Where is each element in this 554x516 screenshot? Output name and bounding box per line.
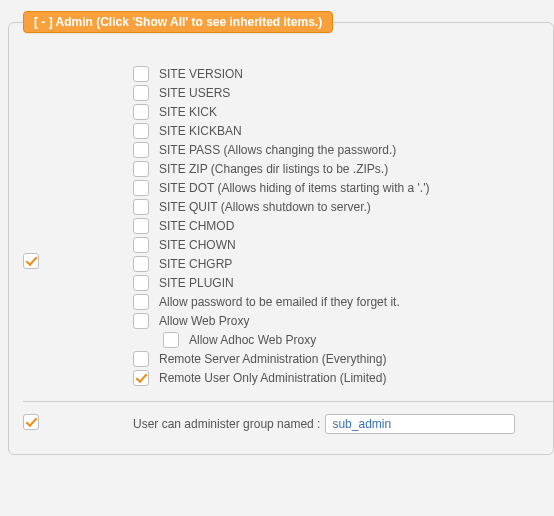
permission-checkbox[interactable] <box>133 351 149 367</box>
permission-item: Remote User Only Administration (Limited… <box>133 370 553 386</box>
permission-label: SITE USERS <box>159 85 230 101</box>
group-name-input[interactable] <box>325 414 515 434</box>
permission-item: SITE QUIT (Allows shutdown to server.) <box>133 199 553 215</box>
master-col <box>23 63 133 269</box>
permission-label: SITE CHOWN <box>159 237 236 253</box>
permission-item: SITE KICK <box>133 104 553 120</box>
permission-label: Allow password to be emailed if they for… <box>159 294 400 310</box>
permission-label: SITE CHMOD <box>159 218 234 234</box>
permission-item: Remote Server Administration (Everything… <box>133 351 553 367</box>
permission-item: SITE ZIP (Changes dir listings to be .ZI… <box>133 161 553 177</box>
permission-label: Allow Web Proxy <box>159 313 249 329</box>
permission-label: SITE DOT (Allows hiding of items startin… <box>159 180 429 196</box>
permission-checkbox[interactable] <box>133 199 149 215</box>
permission-item: SITE KICKBAN <box>133 123 553 139</box>
permission-checkbox[interactable] <box>133 218 149 234</box>
permission-checkbox[interactable] <box>133 256 149 272</box>
permission-item: SITE CHGRP <box>133 256 553 272</box>
section-legend[interactable]: [ - ] Admin (Click 'Show All' to see inh… <box>23 11 333 33</box>
permission-label: SITE CHGRP <box>159 256 232 272</box>
permission-label: SITE VERSION <box>159 66 243 82</box>
permission-checkbox[interactable] <box>133 370 149 386</box>
permission-checkbox[interactable] <box>133 66 149 82</box>
permission-label: SITE PLUGIN <box>159 275 234 291</box>
permission-label: SITE PASS (Allows changing the password.… <box>159 142 396 158</box>
permission-label: SITE ZIP (Changes dir listings to be .ZI… <box>159 161 388 177</box>
permission-checkbox[interactable] <box>133 161 149 177</box>
permission-checkbox[interactable] <box>133 237 149 253</box>
section-legend-text: [ - ] Admin (Click 'Show All' to see inh… <box>34 15 322 29</box>
permission-checkbox[interactable] <box>133 104 149 120</box>
permission-checkbox[interactable] <box>133 142 149 158</box>
permission-checkbox[interactable] <box>133 294 149 310</box>
permission-label: SITE KICK <box>159 104 217 120</box>
permission-checkbox[interactable] <box>133 275 149 291</box>
group-field: User can administer group named : <box>133 414 515 434</box>
permissions-list: SITE VERSIONSITE USERSSITE KICKSITE KICK… <box>133 63 553 389</box>
permission-label: Allow Adhoc Web Proxy <box>189 332 316 348</box>
permission-checkbox[interactable] <box>133 180 149 196</box>
permission-checkbox[interactable] <box>133 85 149 101</box>
permission-item: SITE CHMOD <box>133 218 553 234</box>
permission-item: Allow Web Proxy <box>133 313 553 329</box>
permission-item: SITE USERS <box>133 85 553 101</box>
admin-section: [ - ] Admin (Click 'Show All' to see inh… <box>8 22 554 455</box>
permission-item: SITE DOT (Allows hiding of items startin… <box>133 180 553 196</box>
permission-item: SITE PLUGIN <box>133 275 553 291</box>
group-admin-row: User can administer group named : <box>23 401 553 436</box>
permission-item: Allow Adhoc Web Proxy <box>163 332 553 348</box>
permission-checkbox[interactable] <box>133 123 149 139</box>
permission-label: SITE QUIT (Allows shutdown to server.) <box>159 199 371 215</box>
permissions-row: SITE VERSIONSITE USERSSITE KICKSITE KICK… <box>23 63 553 389</box>
permission-label: Remote User Only Administration (Limited… <box>159 370 386 386</box>
permission-item: Allow password to be emailed if they for… <box>133 294 553 310</box>
group-master-checkbox[interactable] <box>23 414 39 430</box>
permission-label: SITE KICKBAN <box>159 123 242 139</box>
group-master-col <box>23 414 133 430</box>
group-label: User can administer group named : <box>133 417 320 431</box>
permission-item: SITE PASS (Allows changing the password.… <box>133 142 553 158</box>
permission-item: SITE VERSION <box>133 66 553 82</box>
permission-item: SITE CHOWN <box>133 237 553 253</box>
permission-checkbox[interactable] <box>133 313 149 329</box>
master-checkbox[interactable] <box>23 253 39 269</box>
permission-label: Remote Server Administration (Everything… <box>159 351 386 367</box>
permission-checkbox[interactable] <box>163 332 179 348</box>
